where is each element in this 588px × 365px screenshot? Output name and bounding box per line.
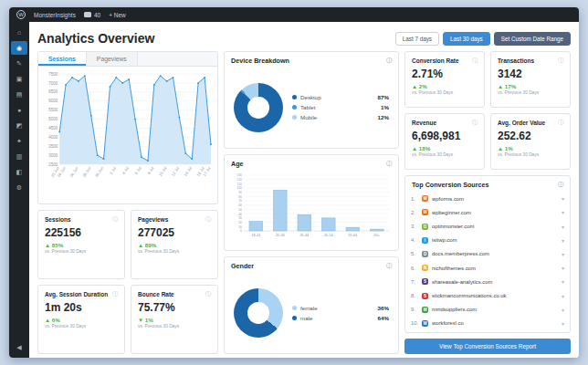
stat-label: Pageviews <box>138 216 168 223</box>
site-name-link[interactable]: MonsterInsights <box>34 12 76 18</box>
info-icon[interactable]: ⓘ <box>112 215 118 224</box>
stat-label: Sessions <box>45 216 71 223</box>
svg-text:4 Jul: 4 Jul <box>121 166 130 175</box>
new-content-link[interactable]: + New <box>109 12 126 18</box>
chevron-down-icon[interactable]: ▾ <box>562 209 564 215</box>
source-rank: 9. <box>411 307 418 312</box>
page-header: Analytics Overview Last 7 days Last 30 d… <box>37 27 571 49</box>
source-row[interactable]: 9. M mindsuppliers.com ▾ <box>411 303 564 317</box>
chevron-down-icon[interactable]: ▾ <box>562 224 564 230</box>
info-icon[interactable]: ⓘ <box>205 215 211 224</box>
chevron-down-icon[interactable]: ▾ <box>562 237 564 244</box>
legend-label: Desktop <box>300 94 321 100</box>
source-row[interactable]: 3. O optinmonster.com ▾ <box>411 219 564 233</box>
chevron-down-icon[interactable]: ▾ <box>562 195 564 202</box>
source-row[interactable]: 8. S stickmancommunications.co.uk ▾ <box>411 288 564 302</box>
svg-text:7500: 7500 <box>48 72 58 77</box>
svg-text:14 Jul: 14 Jul <box>183 166 193 177</box>
stat-card: Avg. Order Value ⓘ 252.62 ▲ 1% vs. Previ… <box>490 113 571 170</box>
source-row[interactable]: 4. I isitwp.com ▾ <box>411 234 564 247</box>
info-icon[interactable]: ⓘ <box>472 57 478 65</box>
source-favicon-icon: W <box>422 320 428 327</box>
source-row[interactable]: 10. W workforexl.co ▾ <box>411 317 564 330</box>
appearance-icon[interactable]: ◩ <box>11 119 27 132</box>
legend-label: Mobile <box>300 114 317 120</box>
stat-label: Avg. Session Duration <box>45 291 108 297</box>
stat-note: vs. Previous 30 Days <box>498 90 563 95</box>
svg-text:10 Jul: 10 Jul <box>158 166 168 177</box>
stat-label: Revenue <box>412 120 436 126</box>
sessions-chart-card: Sessions Pageviews 250030003500400045005… <box>37 51 218 204</box>
info-icon[interactable]: ⓘ <box>558 57 563 65</box>
collapse-menu-icon[interactable]: ◀ <box>11 340 27 354</box>
sessions-chart: 2500300035004000450050005500600065007000… <box>38 67 217 203</box>
device-breakdown-title: Device Breakdown <box>231 57 289 65</box>
posts-icon[interactable]: ✎ <box>11 57 27 70</box>
last-7-days-button[interactable]: Last 7 days <box>395 32 439 46</box>
wordpress-logo-icon[interactable]: W <box>16 10 26 19</box>
info-icon[interactable]: ⓘ <box>112 290 118 298</box>
sources-title: Top Conversion Sources <box>412 181 489 189</box>
svg-text:10: 10 <box>238 224 242 228</box>
info-icon[interactable]: ⓘ <box>386 262 392 270</box>
view-sources-report-button[interactable]: View Top Conversion Sources Report <box>404 339 571 354</box>
svg-text:30 Jun: 30 Jun <box>94 165 105 178</box>
svg-text:6500: 6500 <box>48 89 58 94</box>
stat-note: vs. Previous 30 Days <box>412 90 478 95</box>
pages-icon[interactable]: ▤ <box>11 88 27 101</box>
comments-icon[interactable]: ● <box>11 103 27 117</box>
comment-count: 40 <box>94 12 100 18</box>
gender-card: Gender ⓘ female36% male64% <box>224 256 399 354</box>
dashboard-icon[interactable]: ⌂ <box>11 26 27 39</box>
svg-text:2500: 2500 <box>48 162 58 167</box>
comments-admin-item[interactable]: 40 <box>84 12 100 18</box>
legend-dot <box>292 306 297 310</box>
monsterinsights-icon[interactable]: ◉ <box>11 41 27 55</box>
source-row[interactable]: 2. W wpbeginner.com ▾ <box>411 205 564 219</box>
svg-text:5500: 5500 <box>48 108 58 112</box>
stat-value: 225156 <box>45 226 118 239</box>
legend-value: 12% <box>378 114 389 120</box>
stat-note: vs. Previous 30 Days <box>138 324 211 328</box>
source-favicon-icon: N <box>422 265 428 271</box>
chevron-down-icon[interactable]: ▾ <box>562 293 564 299</box>
set-custom-date-range-button[interactable]: Set Custom Date Range <box>494 32 571 46</box>
svg-text:55-64: 55-64 <box>348 233 357 236</box>
svg-text:60: 60 <box>238 203 242 207</box>
info-icon[interactable]: ⓘ <box>558 181 563 189</box>
source-row[interactable]: 7. S shareasale-analytics.com ▾ <box>411 275 564 288</box>
svg-text:28 Jun: 28 Jun <box>81 165 92 178</box>
chevron-down-icon[interactable]: ▾ <box>562 265 564 271</box>
source-row[interactable]: 5. D docs.memberpress.com ▾ <box>411 247 564 261</box>
tab-sessions[interactable]: Sessions <box>38 52 87 66</box>
users-icon[interactable]: ▥ <box>11 150 27 163</box>
info-icon[interactable]: ⓘ <box>558 119 563 127</box>
plugins-icon[interactable]: ✦ <box>11 134 27 148</box>
source-row[interactable]: 1. W wpforms.com ▾ <box>411 192 564 205</box>
media-icon[interactable]: ▣ <box>11 72 27 86</box>
stat-card: Transactions ⓘ 3142 ▲ 17% vs. Previous 3… <box>490 51 571 108</box>
info-icon[interactable]: ⓘ <box>205 290 211 298</box>
stat-value: 6,698,981 <box>412 130 478 142</box>
browser-window: W MonsterInsights 40 + New ⌂◉✎▣▤●◩✦▥◧⚙◀ … <box>9 7 579 358</box>
stat-trend: ▲ 2% <box>412 83 478 89</box>
info-icon[interactable]: ⓘ <box>386 160 392 168</box>
chevron-down-icon[interactable]: ▾ <box>562 320 564 327</box>
info-icon[interactable]: ⓘ <box>472 119 478 127</box>
tab-pageviews[interactable]: Pageviews <box>87 52 138 66</box>
chevron-down-icon[interactable]: ▾ <box>562 251 564 257</box>
source-row[interactable]: 6. N nichofthemes.com ▾ <box>411 261 564 275</box>
settings-icon[interactable]: ⚙ <box>11 181 27 194</box>
chevron-down-icon[interactable]: ▾ <box>562 307 564 313</box>
source-favicon-icon: M <box>422 307 428 313</box>
chevron-down-icon[interactable]: ▾ <box>562 278 564 285</box>
device-donut-chart <box>234 83 283 132</box>
legend-label: female <box>300 305 318 311</box>
device-legend: Desktop87% Tablet1% Mobile12% <box>292 94 389 120</box>
svg-text:45-54: 45-54 <box>324 233 333 236</box>
tools-icon[interactable]: ◧ <box>11 165 27 179</box>
last-30-days-button[interactable]: Last 30 days <box>443 32 490 46</box>
comment-bubble-icon <box>84 12 91 17</box>
stat-trend: ▲ 89% <box>138 242 211 248</box>
info-icon[interactable]: ⓘ <box>386 57 392 65</box>
